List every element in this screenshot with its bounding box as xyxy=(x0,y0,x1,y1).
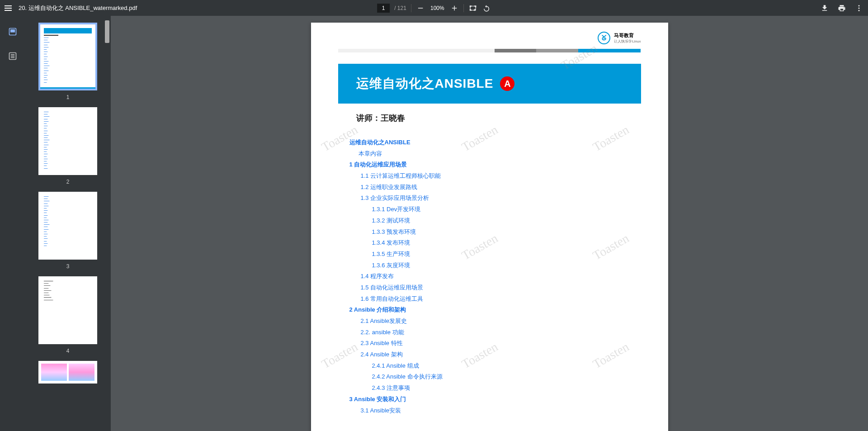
zoom-out-button[interactable] xyxy=(416,4,425,13)
toc-link[interactable]: 2 Ansible 介绍和架构 xyxy=(349,304,641,316)
brand-logo-icon: ᘜ xyxy=(598,32,610,44)
download-button[interactable] xyxy=(820,4,829,13)
brand-subtitle: 让人快乐学Linux xyxy=(614,39,641,44)
pdf-toolbar: 20. 运维自动化之 ANSIBLE_watermarked.pdf / 121… xyxy=(0,0,868,16)
thumbnails-view-button[interactable] xyxy=(8,27,17,38)
toc-link[interactable]: 2.4 Ansible 架构 xyxy=(349,349,641,360)
brand-row: ᘜ 马哥教育 让人快乐学Linux xyxy=(338,32,641,44)
thumbnail-number: 1 xyxy=(38,94,97,100)
svg-point-2 xyxy=(859,7,860,9)
sidebar-tools xyxy=(0,16,25,431)
scrollbar-thumb[interactable] xyxy=(105,20,109,43)
document-viewer[interactable]: Toasten Toasten Toasten Toasten Toasten … xyxy=(111,16,868,431)
svg-point-3 xyxy=(859,9,860,11)
toc-link[interactable]: 1.6 常用自动化运维工具 xyxy=(349,294,641,305)
decorative-stripe xyxy=(338,49,641,52)
toc-link[interactable]: 1.3.2 测试环境 xyxy=(349,215,641,227)
outline-view-button[interactable] xyxy=(8,52,17,62)
toc-link[interactable]: 2.1 Ansible发展史 xyxy=(349,316,641,327)
thumbnail-number: 4 xyxy=(38,348,97,354)
toc-link[interactable]: 2.4.2 Ansible 命令执行来源 xyxy=(349,371,641,383)
svg-point-1 xyxy=(859,5,860,6)
thumbnail-item[interactable]: ━━━━━━━━━━━━━━━━━━━━━━━━━━━━━━━━━━━━━━━━… xyxy=(38,107,97,185)
toc-link[interactable]: 1.1 云计算运维工程师核心职能 xyxy=(349,171,641,182)
toc-link[interactable]: 1.3 企业实际应用场景分析 xyxy=(349,193,641,204)
thumbnails-panel[interactable]: ━━━━━━━━━━━━━━━━━━━━━━━━━━━━━━━━━━━━━━━━… xyxy=(25,16,111,431)
thumbnail-4[interactable]: ━━━━━━━━━━━━━━━━━━━━━━━━━━━━━━━━━━━━━━━━… xyxy=(38,276,97,344)
toc-link[interactable]: 2.3 Ansible 特性 xyxy=(349,338,641,349)
zoom-in-button[interactable] xyxy=(450,4,459,13)
menu-icon[interactable] xyxy=(5,5,12,11)
pdf-page: Toasten Toasten Toasten Toasten Toasten … xyxy=(311,23,668,431)
thumbnail-item[interactable] xyxy=(38,361,97,384)
page-number-input[interactable] xyxy=(377,4,390,13)
title-banner: 运维自动化之ANSIBLE A xyxy=(338,64,641,104)
thumbnail-number: 3 xyxy=(38,263,97,270)
toc-link[interactable]: 2.2. ansible 功能 xyxy=(349,327,641,338)
thumbnail-item[interactable]: ━━━━━━━━━━━━━━━━━━━━━━━━━━━━━━━━━━━━━━━━… xyxy=(38,276,97,354)
page-total: / 121 xyxy=(394,5,406,11)
thumbnail-3[interactable]: ━━━━━━━━━━━━━━━━━━━━━━━━━━━━━━━━━━━━━━━━… xyxy=(38,192,97,260)
toc-link[interactable]: 1.2 运维职业发展路线 xyxy=(349,182,641,193)
divider xyxy=(463,4,464,12)
toc-link[interactable]: 3.1 Ansible安装 xyxy=(349,405,641,417)
svg-rect-5 xyxy=(10,29,15,33)
ansible-logo-icon: A xyxy=(500,76,514,91)
table-of-contents: 运维自动化之ANSIBLE本章内容1 自动化运维应用场景1.1 云计算运维工程师… xyxy=(338,137,641,416)
toc-link[interactable]: 1.5 自动化运维应用场景 xyxy=(349,282,641,294)
thumbnail-2[interactable]: ━━━━━━━━━━━━━━━━━━━━━━━━━━━━━━━━━━━━━━━━… xyxy=(38,107,97,175)
toc-link[interactable]: 2.4.3 注意事项 xyxy=(349,383,641,394)
rotate-button[interactable] xyxy=(482,4,491,13)
print-button[interactable] xyxy=(837,4,846,13)
toc-link[interactable]: 1.3.1 Dev开发环境 xyxy=(349,204,641,215)
toc-link[interactable]: 1.3.6 灰度环境 xyxy=(349,260,641,271)
toc-link[interactable]: 3 Ansible 安装和入门 xyxy=(349,394,641,405)
toc-link[interactable]: 本章内容 xyxy=(349,148,641,160)
thumbnail-item[interactable]: ━━━━━━━━━━━━━━━━━━━━━━━━━━━━━━━━━━━━━━━━… xyxy=(38,23,97,100)
toc-link[interactable]: 1.4 程序发布 xyxy=(349,271,641,282)
fit-page-button[interactable] xyxy=(468,4,477,13)
thumbnail-number: 2 xyxy=(38,179,97,185)
document-filename: 20. 运维自动化之 ANSIBLE_watermarked.pdf xyxy=(19,4,137,12)
thumbnail-5[interactable] xyxy=(38,361,97,384)
thumbnail-item[interactable]: ━━━━━━━━━━━━━━━━━━━━━━━━━━━━━━━━━━━━━━━━… xyxy=(38,192,97,270)
toc-link[interactable]: 1 自动化运维应用场景 xyxy=(349,159,641,171)
toc-link[interactable]: 2.4.1 Ansible 组成 xyxy=(349,360,641,372)
more-options-button[interactable] xyxy=(854,4,863,13)
instructor-label: 讲师：王晓春 xyxy=(356,113,641,123)
toc-link[interactable]: 1.3.3 预发布环境 xyxy=(349,227,641,238)
toc-link[interactable]: 1.3.5 生产环境 xyxy=(349,249,641,260)
zoom-level: 100% xyxy=(429,5,445,11)
toc-link[interactable]: 运维自动化之ANSIBLE xyxy=(349,137,641,148)
brand-name: 马哥教育 xyxy=(614,32,641,39)
thumbnail-1[interactable]: ━━━━━━━━━━━━━━━━━━━━━━━━━━━━━━━━━━━━━━━━… xyxy=(38,23,97,90)
document-title: 运维自动化之ANSIBLE xyxy=(356,75,494,92)
toc-link[interactable]: 1.3.4 发布环境 xyxy=(349,237,641,249)
divider xyxy=(411,4,411,12)
